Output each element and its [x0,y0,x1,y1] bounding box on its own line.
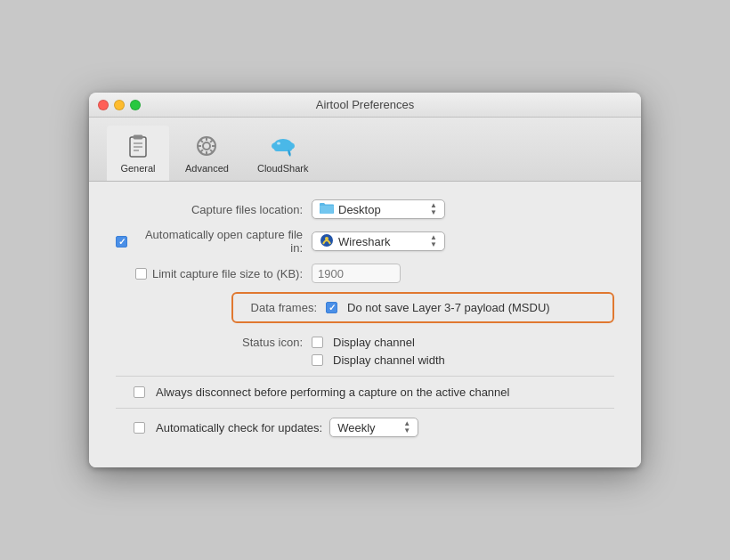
auto-open-label: Automatically open capture file in: [133,228,303,255]
general-icon [124,132,152,160]
svg-point-6 [203,142,210,150]
limit-capture-input[interactable] [312,264,401,283]
limit-capture-control [312,264,614,283]
svg-line-11 [201,140,204,142]
tab-cloudshark-label: CloudShark [257,163,308,174]
divider-2 [116,408,614,409]
close-button[interactable] [98,100,109,110]
window-controls [98,100,141,110]
capture-files-value: Desktop [338,203,425,216]
divider-1 [116,376,614,377]
display-channel-label: Display channel [333,336,415,349]
always-disconnect-checkbox[interactable] [134,386,145,398]
auto-open-control: Wireshark ▲▼ [312,231,614,251]
preferences-content: Capture files location: Desktop ▲▼ [89,182,641,467]
toolbar: General Advanced [89,118,641,182]
auto-updates-row: Automatically check for updates: Weekly … [116,418,614,437]
limit-capture-spacer: Limit capture file size to (KB): [116,267,312,280]
auto-updates-select[interactable]: Weekly ▲▼ [329,418,418,437]
folder-icon [320,202,334,216]
svg-rect-18 [274,146,292,151]
svg-point-19 [277,142,280,145]
auto-updates-label: Automatically check for updates: [156,421,322,434]
tab-general-label: General [120,163,155,174]
auto-open-arrows: ▲▼ [430,234,437,248]
tab-cloudshark[interactable]: CloudShark [245,126,320,181]
display-channel-option: Display channel [312,336,445,349]
titlebar: Airtool Preferences [89,93,641,118]
minimize-button[interactable] [114,100,125,110]
tab-advanced-label: Advanced [185,163,229,174]
auto-open-checkbox[interactable] [116,236,127,248]
limit-capture-label: Limit capture file size to (KB): [152,267,303,280]
capture-files-arrows: ▲▼ [430,202,437,216]
display-channel-width-checkbox[interactable] [312,354,323,366]
svg-rect-1 [134,135,142,139]
capture-files-row: Capture files location: Desktop ▲▼ [116,199,614,219]
display-channel-width-option: Display channel width [312,353,445,367]
data-frames-option: Do not save Layer 3-7 payload (MSDU) [347,301,550,314]
svg-line-14 [201,150,204,152]
auto-updates-arrows: ▲▼ [403,420,410,434]
status-icon-row: Status icon: Display channel Display cha… [116,336,614,367]
tab-general[interactable]: General [107,126,169,181]
svg-line-12 [211,150,214,152]
capture-files-control: Desktop ▲▼ [312,199,614,219]
limit-capture-checkbox[interactable] [135,268,147,280]
display-channel-width-label: Display channel width [333,353,445,367]
data-frames-label: Data frames: [246,301,326,314]
data-frames-checkbox[interactable] [326,302,337,313]
auto-open-row: Automatically open capture file in: Wire… [116,228,614,255]
svg-point-21 [325,237,328,240]
auto-updates-value: Weekly [337,421,398,434]
window-title: Airtool Preferences [316,98,415,111]
preferences-window: Airtool Preferences General [89,93,641,467]
data-frames-section: Data frames: Do not save Layer 3-7 paylo… [231,292,614,323]
capture-files-label: Capture files location: [116,203,312,216]
always-disconnect-row: Always disconnect before performing a ca… [116,386,614,399]
status-options: Display channel Display channel width [312,336,445,367]
limit-capture-row: Limit capture file size to (KB): [116,264,614,283]
svg-line-13 [211,140,214,142]
status-icon-label: Status icon: [116,336,312,349]
auto-open-select[interactable]: Wireshark ▲▼ [312,231,445,251]
display-channel-checkbox[interactable] [312,337,323,348]
cloudshark-icon [269,132,297,160]
tab-advanced[interactable]: Advanced [173,126,241,181]
capture-files-select[interactable]: Desktop ▲▼ [312,199,445,219]
auto-open-value: Wireshark [338,235,425,248]
auto-open-spacer: Automatically open capture file in: [116,228,312,255]
maximize-button[interactable] [130,100,141,110]
always-disconnect-label: Always disconnect before performing a ca… [156,386,509,399]
advanced-icon [192,132,221,160]
auto-updates-checkbox[interactable] [134,422,145,434]
wireshark-icon [320,233,334,250]
